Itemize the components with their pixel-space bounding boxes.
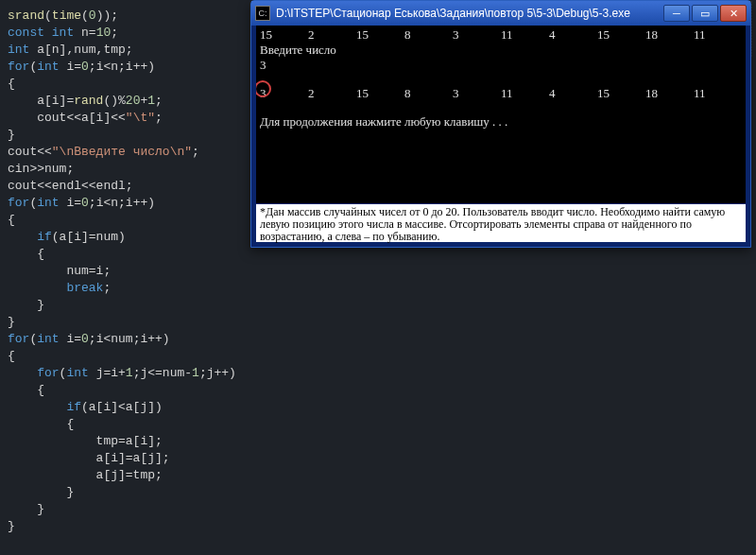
window-title: D:\ITSTEP\Стационар Еськова\Задания\повт… — [276, 7, 663, 20]
prompt-line: Введите число — [260, 43, 742, 58]
window-titlebar[interactable]: C: D:\ITSTEP\Стационар Еськова\Задания\п… — [251, 1, 750, 26]
maximize-button[interactable]: ▭ — [692, 5, 718, 22]
output-row-2: 3 2 15 8 3 11 4 15 18 11 — [260, 86, 742, 101]
continue-prompt: Для продолжения нажмите любую клавишу . … — [260, 114, 742, 130]
console-output: 15 2 15 8 3 11 4 15 18 11 Введите число … — [256, 26, 746, 203]
minimize-button[interactable]: ─ — [663, 5, 690, 22]
close-button[interactable]: ✕ — [720, 5, 747, 22]
task-description: *Дан массив случайных чисел от 0 до 20. … — [256, 204, 746, 242]
app-icon: C: — [255, 6, 270, 21]
console-window: C: D:\ITSTEP\Стационар Еськова\Задания\п… — [250, 0, 751, 248]
output-row-1: 15 2 15 8 3 11 4 15 18 11 — [260, 27, 742, 43]
user-input: 3 — [260, 58, 742, 73]
